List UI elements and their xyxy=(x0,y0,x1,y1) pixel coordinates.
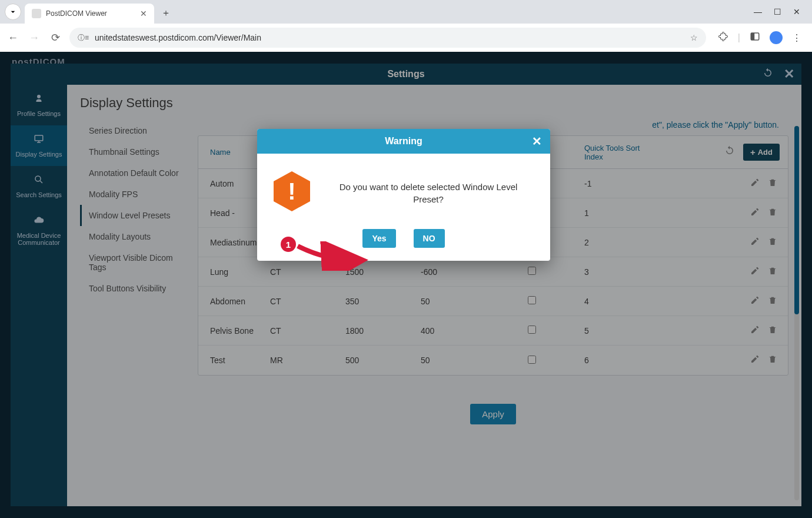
toolbar-icons: | ⋮ xyxy=(713,31,806,44)
svg-rect-1 xyxy=(751,33,754,40)
browser-tab[interactable]: PostDICOM Viewer ✕ xyxy=(25,4,154,24)
annotation-arrow xyxy=(294,241,377,271)
minimize-icon[interactable]: — xyxy=(754,7,762,16)
menu-icon[interactable]: ⋮ xyxy=(792,32,801,44)
tab-favicon xyxy=(32,9,41,18)
extensions-icon[interactable] xyxy=(718,31,728,44)
warning-icon: ! xyxy=(274,171,310,211)
forward-button[interactable]: → xyxy=(27,32,41,44)
modal-backdrop xyxy=(0,52,812,518)
window-controls: — ☐ ✕ xyxy=(754,7,807,16)
url-text: unitedstateswest.postdicom.com/Viewer/Ma… xyxy=(95,33,684,42)
profile-icon[interactable] xyxy=(770,31,783,44)
site-info-icon[interactable]: ⓘ≡ xyxy=(78,33,89,43)
no-button[interactable]: NO xyxy=(414,229,445,248)
close-window-icon[interactable]: ✕ xyxy=(793,7,800,16)
address-bar: ← → ⟳ ⓘ≡ unitedstateswest.postdicom.com/… xyxy=(0,24,812,52)
url-input[interactable]: ⓘ≡ unitedstateswest.postdicom.com/Viewer… xyxy=(69,28,706,48)
back-button[interactable]: ← xyxy=(6,32,20,44)
warning-message: Do you want to delete selected Window Le… xyxy=(323,171,534,205)
new-tab-button[interactable]: ＋ xyxy=(158,5,174,21)
warning-header: Warning ✕ xyxy=(257,129,550,154)
bookmark-star-icon[interactable]: ☆ xyxy=(690,33,698,42)
maximize-icon[interactable]: ☐ xyxy=(774,7,781,16)
tab-dropdown[interactable] xyxy=(5,4,21,20)
warning-title: Warning xyxy=(385,136,422,147)
tab-close-icon[interactable]: ✕ xyxy=(140,9,147,18)
side-panel-icon[interactable] xyxy=(750,31,760,44)
reload-button[interactable]: ⟳ xyxy=(48,31,62,44)
browser-chrome: PostDICOM Viewer ✕ ＋ — ☐ ✕ ← → ⟳ ⓘ≡ unit… xyxy=(0,0,812,52)
tab-title: PostDICOM Viewer xyxy=(46,9,135,18)
warning-close-icon[interactable]: ✕ xyxy=(532,134,542,148)
annotation-badge: 1 xyxy=(279,235,297,253)
tab-bar: PostDICOM Viewer ✕ ＋ — ☐ ✕ xyxy=(0,0,812,24)
